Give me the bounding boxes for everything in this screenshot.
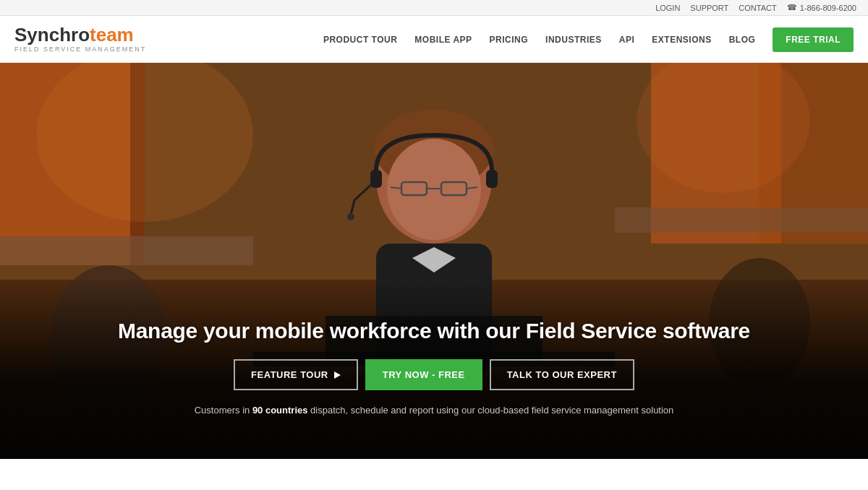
utility-bar: LOGIN SUPPORT CONTACT ☎ 1-866-809-6200 bbox=[0, 0, 868, 16]
nav-product-tour[interactable]: PRODUCT TOUR bbox=[323, 35, 397, 45]
nav-pricing[interactable]: PRICING bbox=[490, 35, 529, 45]
contact-link[interactable]: CONTACT bbox=[739, 4, 776, 12]
logo[interactable]: Synchroteam FIELD SERVICE MANAGEMENT bbox=[14, 25, 146, 53]
logo-subtitle: FIELD SERVICE MANAGEMENT bbox=[14, 46, 146, 53]
nav-links: PRODUCT TOUR MOBILE APP PRICING INDUSTRI… bbox=[323, 33, 854, 46]
free-trial-button[interactable]: FREE TRIAL bbox=[773, 27, 854, 52]
support-link[interactable]: SUPPORT bbox=[690, 4, 728, 12]
logo-text: Synchroteam bbox=[14, 25, 146, 44]
feature-tour-button[interactable]: FEATURE TOUR bbox=[234, 359, 358, 390]
hero-subtext: Customers in 90 countries dispatch, sche… bbox=[0, 405, 868, 416]
play-icon bbox=[334, 371, 341, 379]
try-now-button[interactable]: TRY NOW - FREE bbox=[365, 359, 482, 390]
login-link[interactable]: LOGIN bbox=[655, 4, 680, 12]
hero-content: Manage your mobile workforce with our Fi… bbox=[0, 319, 868, 416]
nav-blog[interactable]: BLOG bbox=[729, 35, 756, 45]
hero-sub-suffix: dispatch, schedule and report using our … bbox=[307, 405, 673, 416]
logo-synchro: Synchro bbox=[14, 24, 90, 46]
feature-tour-label: FEATURE TOUR bbox=[251, 369, 328, 380]
hero-section: Manage your mobile workforce with our Fi… bbox=[0, 63, 868, 459]
phone-number: ☎ 1-866-809-6200 bbox=[787, 3, 856, 12]
nav-extensions[interactable]: EXTENSIONS bbox=[652, 35, 711, 45]
hero-headline: Manage your mobile workforce with our Fi… bbox=[0, 319, 868, 343]
phone-icon: ☎ bbox=[787, 3, 797, 12]
nav-industries[interactable]: INDUSTRIES bbox=[545, 35, 602, 45]
main-navigation: Synchroteam FIELD SERVICE MANAGEMENT PRO… bbox=[0, 16, 868, 63]
hero-buttons: FEATURE TOUR TRY NOW - FREE TALK TO OUR … bbox=[0, 359, 868, 390]
logo-team: team bbox=[90, 24, 134, 46]
hero-sub-prefix: Customers in bbox=[195, 405, 252, 416]
hero-countries: 90 countries bbox=[252, 405, 308, 416]
talk-to-expert-button[interactable]: TALK TO OUR EXPERT bbox=[490, 359, 634, 390]
nav-mobile-app[interactable]: MOBILE APP bbox=[414, 35, 472, 45]
nav-api[interactable]: API bbox=[619, 35, 635, 45]
